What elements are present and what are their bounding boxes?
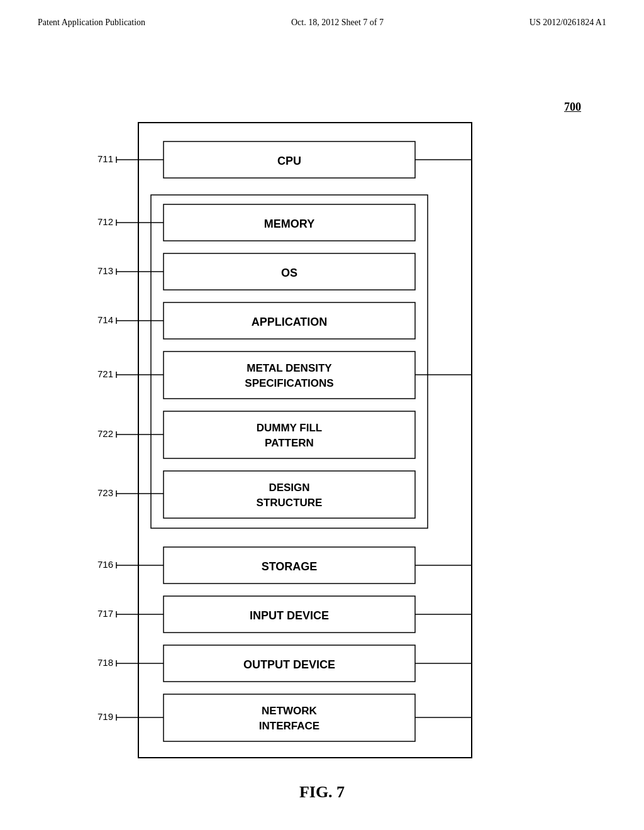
svg-text:711: 711: [97, 153, 113, 164]
svg-text:722: 722: [97, 428, 113, 439]
svg-text:717: 717: [97, 608, 113, 619]
figure-caption: FIG. 7: [299, 783, 345, 802]
svg-text:723: 723: [97, 487, 113, 498]
header-middle: Oct. 18, 2012 Sheet 7 of 7: [291, 18, 384, 28]
svg-text:719: 719: [97, 711, 113, 722]
svg-text:STRUCTURE: STRUCTURE: [257, 497, 323, 509]
page-header: Patent Application Publication Oct. 18, …: [0, 0, 644, 28]
svg-text:721: 721: [97, 368, 113, 379]
svg-text:716: 716: [97, 559, 113, 570]
svg-text:INPUT DEVICE: INPUT DEVICE: [250, 609, 329, 622]
svg-text:INTERFACE: INTERFACE: [259, 720, 319, 732]
svg-text:NETWORK: NETWORK: [262, 705, 318, 717]
svg-text:APPLICATION: APPLICATION: [252, 316, 328, 328]
svg-text:718: 718: [97, 657, 113, 668]
svg-text:MEMORY: MEMORY: [264, 218, 314, 230]
svg-rect-30: [164, 694, 415, 741]
svg-text:SPECIFICATIONS: SPECIFICATIONS: [245, 377, 333, 389]
figure-number-top: 700: [564, 101, 581, 114]
svg-rect-11: [164, 351, 415, 399]
svg-text:METAL DENSITY: METAL DENSITY: [247, 362, 332, 374]
svg-rect-18: [164, 471, 415, 518]
svg-text:STORAGE: STORAGE: [262, 560, 318, 573]
svg-text:CPU: CPU: [277, 155, 301, 167]
svg-text:OUTPUT DEVICE: OUTPUT DEVICE: [243, 658, 335, 671]
svg-text:PATTERN: PATTERN: [265, 437, 314, 449]
svg-text:DUMMY FILL: DUMMY FILL: [257, 422, 323, 434]
diagram-svg: CPU MEMORY OS APPLICATION METAL DENSITY …: [38, 116, 604, 783]
header-left: Patent Application Publication: [38, 18, 145, 28]
svg-text:712: 712: [97, 216, 113, 227]
header-right: US 2012/0261824 A1: [530, 18, 606, 28]
svg-text:OS: OS: [281, 267, 297, 279]
svg-rect-15: [164, 411, 415, 458]
svg-text:713: 713: [97, 265, 113, 276]
svg-text:DESIGN: DESIGN: [269, 482, 309, 494]
svg-text:714: 714: [97, 314, 113, 325]
